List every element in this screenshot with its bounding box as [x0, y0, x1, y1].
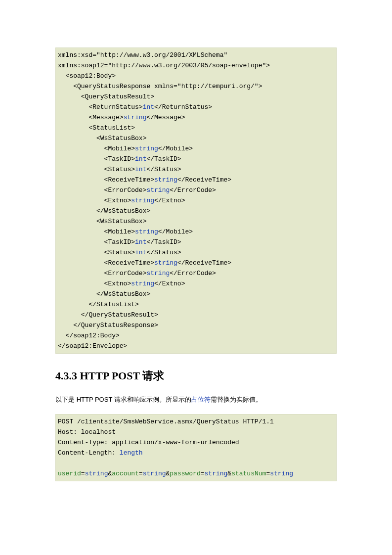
- section-heading: 4.3.3 HTTP POST 请求: [55, 369, 337, 383]
- code-line: <Status>: [58, 249, 135, 256]
- code-line: <TaskID>: [58, 155, 135, 163]
- soap-response-code: xmlns:xsd="http://www.w3.org/2001/XMLSch…: [55, 47, 337, 354]
- code-line: </ErrorCode>: [170, 186, 216, 194]
- placeholder: int: [135, 155, 146, 163]
- code-line: </Extno>: [154, 280, 185, 287]
- code-line: xmlns:soap12="http://www.w3.org/2003/05/…: [58, 62, 270, 69]
- placeholder: int: [135, 249, 146, 256]
- code-line: xmlns:xsd="http://www.w3.org/2001/XMLSch…: [58, 51, 231, 59]
- placeholder: string: [146, 270, 170, 277]
- code-line: <WsStatusBox>: [58, 218, 146, 225]
- protocol-name: HTTP POST: [77, 396, 112, 403]
- placeholder: string: [124, 114, 147, 121]
- code-line: <ErrorCode>: [58, 186, 146, 194]
- code-line: <QueryStatusResult>: [58, 93, 154, 100]
- code-line: <Extno>: [58, 280, 131, 287]
- code-line: Host: localhost: [58, 428, 116, 436]
- code-line: </Mobile>: [158, 145, 193, 152]
- code-line: </QueryStatusResult>: [58, 311, 158, 319]
- placeholder: int: [135, 238, 146, 246]
- param-name: userid: [58, 470, 81, 477]
- code-line: </Message>: [146, 114, 185, 121]
- placeholder: string: [154, 259, 177, 267]
- code-line: </ReceiveTime>: [177, 176, 231, 184]
- placeholder: length: [120, 449, 143, 457]
- code-line: </Status>: [146, 166, 181, 173]
- code-line: </TaskID>: [146, 155, 181, 163]
- code-line: </soap12:Body>: [58, 332, 120, 339]
- placeholder: string: [85, 470, 108, 477]
- code-line: </QueryStatusResponse>: [58, 322, 158, 329]
- code-line: </soap12:Envelope>: [58, 342, 127, 350]
- code-line: </Extno>: [154, 197, 185, 204]
- code-line: <ErrorCode>: [58, 270, 146, 277]
- http-post-request-code: POST /clientsite/SmsWebService.asmx/Quer…: [55, 414, 337, 481]
- code-line: <ReturnStatus>: [58, 103, 143, 111]
- description-text: 以下是 HTTP POST 请求和响应示例。所显示的占位符需替换为实际值。: [55, 395, 337, 404]
- code-line: <Message>: [58, 114, 124, 121]
- code-line: <soap12:Body>: [58, 72, 116, 80]
- code-line: Content-Length:: [58, 449, 120, 457]
- code-line: </ReceiveTime>: [177, 259, 231, 267]
- param-name: account: [112, 470, 139, 477]
- code-line: <Mobile>: [58, 228, 135, 235]
- code-line: <ReceiveTime>: [58, 176, 154, 184]
- code-line: </StatusList>: [58, 301, 139, 308]
- code-line: </ReturnStatus>: [154, 103, 212, 111]
- code-line: <Extno>: [58, 197, 131, 204]
- code-line: <TaskID>: [58, 238, 135, 246]
- placeholder: int: [135, 166, 146, 173]
- placeholder: string: [135, 145, 158, 152]
- placeholder: string: [205, 470, 228, 477]
- code-line: <Mobile>: [58, 145, 135, 152]
- placeholder: int: [143, 103, 154, 111]
- param-name: password: [170, 470, 200, 477]
- code-line: Content-Type: application/x-www-form-url…: [58, 439, 239, 446]
- placeholder: string: [131, 280, 154, 287]
- code-line: <StatusList>: [58, 124, 135, 132]
- placeholder: string: [135, 228, 158, 235]
- code-line: </Mobile>: [158, 228, 193, 235]
- code-line: </ErrorCode>: [170, 270, 216, 277]
- placeholder: string: [154, 176, 177, 184]
- code-line: </WsStatusBox>: [58, 290, 150, 298]
- placeholder: string: [270, 470, 293, 477]
- code-line: POST /clientsite/SmsWebService.asmx/Quer…: [58, 418, 274, 425]
- placeholder: string: [131, 197, 154, 204]
- code-line: </Status>: [146, 249, 181, 256]
- code-line: <Status>: [58, 166, 135, 173]
- placeholder: string: [146, 186, 170, 194]
- code-line: </WsStatusBox>: [58, 207, 150, 215]
- placeholder: string: [143, 470, 166, 477]
- placeholder-link[interactable]: 占位符: [191, 396, 211, 403]
- code-line: <WsStatusBox>: [58, 135, 146, 142]
- code-line: </TaskID>: [146, 238, 181, 246]
- code-line: <ReceiveTime>: [58, 259, 154, 267]
- code-line: <QueryStatusResponse xmlns="http://tempu…: [58, 83, 262, 90]
- param-name: statusNum: [231, 470, 266, 477]
